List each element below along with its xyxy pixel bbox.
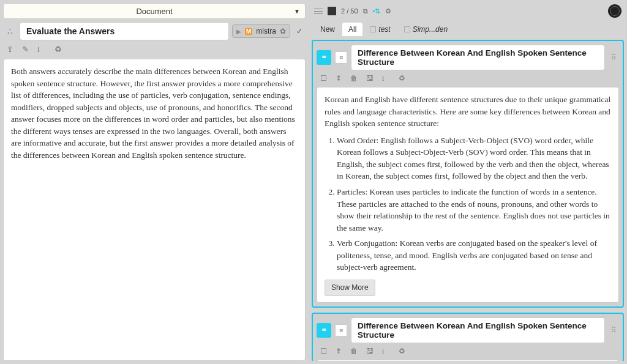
- copy-icon[interactable]: ⧉: [363, 7, 368, 15]
- card-intro: Korean and English have different senten…: [325, 94, 611, 130]
- grip-icon[interactable]: ⠿: [609, 326, 619, 335]
- model-name: mistra: [256, 27, 276, 35]
- right-toolbar: 2 / 50 ⧉ •⇅ ♻: [312, 3, 624, 19]
- play-icon: ▶: [236, 28, 241, 35]
- eval-body: Both answers accurately describe the mai…: [3, 59, 306, 361]
- upload-icon[interactable]: ⇪: [7, 45, 13, 54]
- recycle-icon[interactable]: ♻: [54, 45, 62, 54]
- grid-view-icon[interactable]: [328, 7, 336, 15]
- card-title[interactable]: Difference Between Korean And English Sp…: [351, 318, 605, 343]
- pager-text: 2 / 50: [341, 7, 358, 15]
- tab-simp[interactable]: Simp...den: [398, 23, 454, 36]
- answer-card-1: ⚭ ≡ Difference Between Korean And Englis…: [312, 40, 624, 308]
- cards-container: ⚭ ≡ Difference Between Korean And Englis…: [312, 40, 624, 361]
- card-toolbar: ☐ ⇞ 🗑 🖫 i ♻: [317, 347, 619, 356]
- card-header: ⚭ ≡ Difference Between Korean And Englis…: [317, 45, 619, 70]
- chevron-down-icon: ▼: [294, 8, 300, 15]
- grip-icon[interactable]: ⠿: [609, 53, 619, 62]
- model-brand-icon: M: [245, 28, 252, 35]
- info-icon[interactable]: i: [382, 74, 384, 83]
- recycle-icon[interactable]: ♻: [399, 347, 405, 356]
- recycle-icon[interactable]: ♻: [385, 7, 391, 15]
- left-pane: Document ▼ ∴ Evaluate the Answers ▶ M mi…: [0, 0, 309, 364]
- checkbox-icon[interactable]: ☐: [320, 74, 327, 83]
- tab-close-icon[interactable]: [404, 26, 410, 32]
- answer-card-2: ⚭ ≡ Difference Between Korean And Englis…: [312, 313, 624, 361]
- right-pane: 2 / 50 ⧉ •⇅ ♻ New All test Simp...den ⚭ …: [309, 0, 627, 364]
- card-title[interactable]: Difference Between Korean And English Sp…: [351, 45, 605, 70]
- list-view-icon[interactable]: [314, 7, 323, 15]
- model-selector[interactable]: ▶ M mistra ✿: [232, 24, 290, 38]
- swap-icon[interactable]: •⇅: [373, 7, 381, 15]
- sparkle-icon: ∴: [3, 26, 17, 37]
- doc-icon[interactable]: ≡: [335, 324, 347, 336]
- info-icon[interactable]: i: [37, 45, 40, 54]
- recycle-icon[interactable]: ♻: [399, 74, 405, 83]
- left-toolbar: ⇪ ✎ i ♻: [3, 43, 306, 56]
- eval-header-row: ∴ Evaluate the Answers ▶ M mistra ✿ ✓: [3, 22, 306, 40]
- card-toolbar: ☐ ⇞ 🗑 🖫 i ♻: [317, 74, 619, 83]
- link-icon[interactable]: ⚭: [317, 50, 331, 65]
- profile-circle[interactable]: [608, 4, 621, 18]
- list-item: Particles: Korean uses particles to indi…: [337, 186, 611, 234]
- gear-icon: ✿: [280, 27, 286, 35]
- checkbox-icon[interactable]: ☐: [320, 347, 327, 356]
- up-icon[interactable]: ⇞: [336, 74, 342, 83]
- tab-close-icon[interactable]: [370, 26, 376, 32]
- save-icon[interactable]: 🖫: [366, 74, 374, 83]
- trash-icon[interactable]: 🗑: [350, 74, 358, 83]
- card-header: ⚭ ≡ Difference Between Korean And Englis…: [317, 318, 619, 343]
- list-item: Word Order: English follows a Subject-Ve…: [337, 135, 611, 182]
- eval-title-input[interactable]: Evaluate the Answers: [20, 22, 229, 40]
- doc-icon[interactable]: ≡: [335, 51, 347, 64]
- edit-icon[interactable]: ✎: [22, 45, 29, 54]
- tab-all[interactable]: All: [342, 23, 362, 36]
- document-label: Document: [136, 7, 172, 16]
- tab-test[interactable]: test: [364, 23, 396, 36]
- card-body: Korean and English have different senten…: [317, 87, 619, 303]
- tabs-row: New All test Simp...den: [312, 21, 624, 37]
- check-icon[interactable]: ✓: [293, 27, 306, 36]
- document-selector[interactable]: Document ▼: [3, 3, 306, 19]
- up-icon[interactable]: ⇞: [336, 347, 342, 356]
- link-icon[interactable]: ⚭: [317, 323, 331, 338]
- tab-new[interactable]: New: [314, 23, 341, 36]
- list-item: Verb Conjugation: Korean verbs are conju…: [337, 237, 611, 273]
- show-more-button[interactable]: Show More: [325, 280, 375, 296]
- info-icon[interactable]: i: [382, 347, 384, 356]
- save-icon[interactable]: 🖫: [366, 347, 374, 356]
- trash-icon[interactable]: 🗑: [350, 347, 358, 356]
- card-body: The primary difference between Korean an…: [317, 360, 619, 361]
